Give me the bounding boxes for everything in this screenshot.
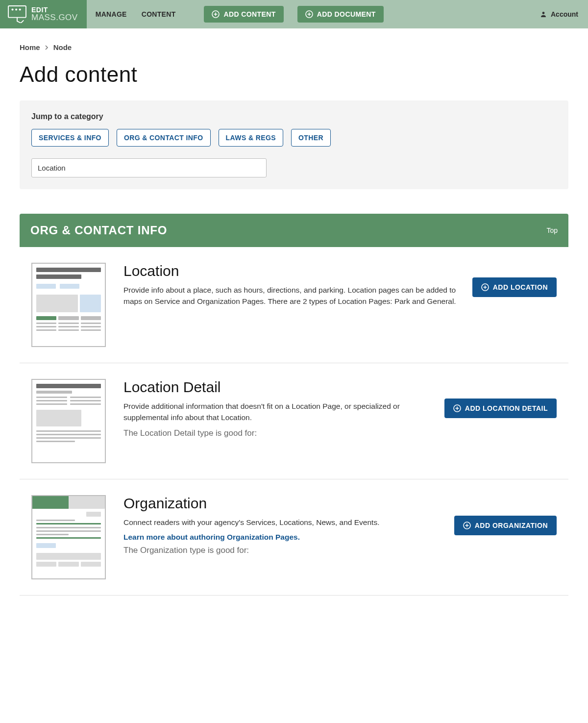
chip-other[interactable]: OTHER (291, 129, 331, 147)
svg-point-3 (19, 8, 21, 10)
section-title: ORG & CONTACT INFO (30, 224, 167, 237)
content-type-desc: Provide additional information that does… (123, 400, 433, 424)
brand[interactable]: EDIT MASS.GOV (0, 0, 87, 28)
location-detail-thumbnail (31, 379, 106, 463)
plus-circle-icon (453, 404, 461, 412)
account-label: Account (551, 10, 578, 18)
add-location-detail-button[interactable]: ADD LOCATION DETAIL (444, 399, 557, 418)
content-type-subtitle: The Organization type is good for: (123, 546, 442, 555)
brand-mass-label: MASS.GOV (31, 13, 78, 22)
content-type-card-location: Location Provide info about a place, suc… (20, 247, 568, 363)
filter-title: Jump to a category (31, 112, 557, 121)
add-organization-button[interactable]: ADD ORGANIZATION (454, 516, 557, 535)
plus-circle-icon (305, 10, 313, 18)
account-menu[interactable]: Account (540, 0, 588, 28)
organization-thumbnail (31, 495, 106, 579)
svg-point-2 (15, 8, 17, 10)
add-document-button[interactable]: ADD DOCUMENT (297, 6, 384, 23)
content-type-card-organization: Organization Connect readers with your a… (20, 479, 568, 596)
page-title: Add content (20, 62, 568, 87)
organization-doc-link[interactable]: Learn more about authoring Organization … (123, 533, 300, 541)
add-organization-label: ADD ORGANIZATION (475, 522, 548, 529)
content-type-title: Organization (123, 495, 442, 512)
add-location-detail-label: ADD LOCATION DETAIL (465, 404, 548, 412)
top-nav-links: MANAGE CONTENT ADD CONTENT ADD DOCUMENT (87, 0, 384, 28)
add-document-label: ADD DOCUMENT (317, 10, 376, 18)
plus-circle-icon (481, 283, 489, 291)
add-content-label: ADD CONTENT (223, 10, 275, 18)
chevron-right-icon (45, 45, 49, 50)
location-thumbnail (31, 263, 106, 347)
section-header-org-contact: ORG & CONTACT INFO Top (20, 214, 568, 247)
plus-circle-icon (212, 10, 220, 18)
breadcrumb-home[interactable]: Home (20, 43, 40, 51)
search-input[interactable] (31, 158, 267, 177)
add-location-label: ADD LOCATION (493, 283, 548, 291)
svg-point-1 (11, 8, 13, 10)
nav-manage[interactable]: MANAGE (96, 10, 127, 18)
nav-content[interactable]: CONTENT (142, 10, 176, 18)
top-navbar: EDIT MASS.GOV MANAGE CONTENT ADD CONTENT… (0, 0, 588, 28)
breadcrumb: Home Node (20, 43, 568, 51)
content-type-subtitle: The Location Detail type is good for: (123, 428, 433, 438)
brand-edit-label: EDIT (31, 6, 78, 14)
user-icon (540, 11, 547, 18)
brand-logo-icon (8, 5, 26, 23)
content-type-desc: Provide info about a place, such as hour… (123, 284, 461, 307)
content-type-card-location-detail: Location Detail Provide additional infor… (20, 363, 568, 479)
chip-services-info[interactable]: SERVICES & INFO (31, 129, 109, 147)
chip-org-contact-info[interactable]: ORG & CONTACT INFO (117, 129, 211, 147)
content-type-desc: Connect readers with your agency's Servi… (123, 517, 442, 528)
add-content-button[interactable]: ADD CONTENT (204, 6, 283, 23)
breadcrumb-node[interactable]: Node (53, 43, 72, 51)
content-type-title: Location (123, 263, 461, 279)
content-type-title: Location Detail (123, 379, 433, 396)
plus-circle-icon (463, 522, 471, 529)
filter-panel: Jump to a category SERVICES & INFO ORG &… (20, 100, 568, 189)
add-location-button[interactable]: ADD LOCATION (472, 277, 557, 297)
svg-point-6 (542, 12, 545, 14)
chip-laws-regs[interactable]: LAWS & REGS (219, 129, 283, 147)
svg-rect-0 (8, 6, 26, 18)
section-top-link[interactable]: Top (546, 226, 558, 234)
